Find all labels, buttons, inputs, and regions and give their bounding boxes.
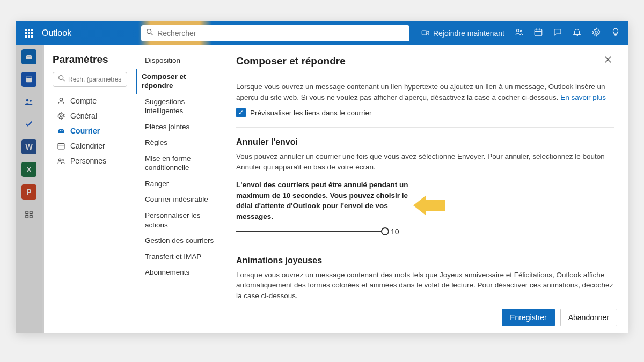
- gear-icon: [56, 112, 66, 120]
- topbar: Outlook Rejoindre maintenant: [16, 21, 628, 45]
- svg-rect-2: [422, 31, 427, 35]
- nav-mail[interactable]: Courrier: [53, 123, 127, 138]
- sub-rules[interactable]: Règles: [142, 135, 221, 151]
- mail-icon: [56, 127, 66, 135]
- divider: [236, 246, 614, 246]
- svg-point-3: [517, 29, 519, 32]
- join-now-button[interactable]: Rejoindre maintenant: [421, 28, 504, 39]
- modal-footer: Enregistrer Abandonner: [44, 302, 628, 333]
- sub-smart-suggestions[interactable]: Suggestions intelligentes: [142, 94, 221, 119]
- settings-subnav: Disposition Composer et répondre Suggest…: [135, 45, 225, 302]
- gear-icon[interactable]: [591, 27, 601, 39]
- svg-point-21: [60, 115, 62, 117]
- settings-title: Paramètres: [53, 54, 127, 65]
- sub-sweep[interactable]: Ranger: [142, 176, 221, 192]
- svg-point-9: [595, 31, 598, 34]
- sub-layout[interactable]: Disposition: [142, 53, 221, 69]
- nav-people[interactable]: Personnes: [53, 153, 127, 168]
- svg-marker-29: [413, 195, 445, 216]
- person-icon: [56, 97, 66, 105]
- teams-icon[interactable]: [514, 27, 524, 39]
- svg-rect-5: [535, 29, 542, 36]
- search-box[interactable]: [141, 25, 409, 41]
- svg-point-4: [520, 30, 522, 32]
- content-title: Composer et répondre: [236, 55, 599, 67]
- svg-point-18: [59, 76, 63, 80]
- svg-rect-23: [58, 143, 64, 149]
- learn-more-link[interactable]: En savoir plus: [560, 93, 606, 101]
- sub-attachments[interactable]: Pièces jointes: [142, 119, 221, 135]
- joyful-desc: Lorsque vous ouvrez un message contenant…: [236, 270, 614, 301]
- slider-value: 10: [391, 227, 399, 236]
- settings-modal: Paramètres Compte Général: [44, 45, 628, 333]
- bell-icon[interactable]: [572, 27, 582, 39]
- svg-point-26: [62, 159, 63, 161]
- svg-rect-22: [58, 129, 64, 133]
- svg-line-1: [151, 33, 152, 35]
- undo-send-slider[interactable]: [236, 231, 385, 232]
- settings-search-input[interactable]: [68, 76, 122, 83]
- nav-account[interactable]: Compte: [53, 93, 127, 108]
- topbar-right: Rejoindre maintenant: [421, 27, 624, 39]
- sub-customize-actions[interactable]: Personnaliser les actions: [142, 208, 221, 233]
- link-preview-checkbox[interactable]: ✓: [236, 108, 246, 117]
- svg-point-25: [58, 159, 61, 161]
- settings-nav: Paramètres Compte Général: [44, 45, 135, 302]
- chat-icon[interactable]: [553, 27, 562, 39]
- nav-calendar[interactable]: Calendrier: [53, 138, 127, 153]
- sub-junk[interactable]: Courrier indésirable: [142, 191, 221, 208]
- close-button[interactable]: [599, 53, 617, 69]
- undo-send-title: Annuler l'envoi: [236, 137, 614, 147]
- link-preview-desc: Lorsque vous ouvrez un message contenant…: [236, 82, 614, 102]
- sub-compose-reply[interactable]: Composer et répondre: [136, 69, 221, 94]
- search-icon: [57, 74, 66, 85]
- calendar-icon: [56, 142, 66, 150]
- joyful-title: Animations joyeuses: [236, 256, 614, 265]
- sub-forwarding-imap[interactable]: Transfert et IMAP: [142, 249, 221, 265]
- app-launcher-icon[interactable]: [20, 25, 38, 42]
- sub-subscriptions[interactable]: Abonnements: [142, 264, 221, 280]
- modal-overlay: Paramètres Compte Général: [16, 45, 628, 333]
- people-icon: [56, 157, 66, 165]
- slider-thumb[interactable]: [381, 227, 389, 235]
- app-window: Outlook Rejoindre maintenant: [16, 21, 628, 333]
- nav-general[interactable]: Général: [53, 108, 127, 123]
- lightbulb-icon[interactable]: [611, 27, 620, 39]
- divider: [236, 127, 614, 128]
- link-preview-label: Prévisualiser les liens dans le courrier: [250, 109, 372, 117]
- save-button[interactable]: Enregistrer: [502, 309, 554, 326]
- undo-send-desc: Vous pouvez annuler un courrier une fois…: [236, 151, 614, 172]
- settings-search[interactable]: [53, 72, 127, 87]
- arrow-annotation-icon: [413, 193, 445, 218]
- sub-mail-handling[interactable]: Gestion des courriers: [142, 233, 221, 249]
- calendar-icon[interactable]: [533, 27, 543, 39]
- video-icon: [421, 28, 430, 39]
- svg-point-20: [60, 98, 62, 101]
- search-input[interactable]: [157, 29, 405, 38]
- sub-conditional-formatting[interactable]: Mise en forme conditionnelle: [142, 151, 221, 176]
- discard-button[interactable]: Abandonner: [560, 309, 617, 326]
- search-icon: [145, 28, 154, 39]
- brand-label: Outlook: [42, 28, 71, 38]
- svg-line-19: [63, 79, 64, 81]
- settings-content: Composer et répondre Lorsque vous ouvrez…: [225, 45, 628, 302]
- undo-send-bold: L'envoi des courriers peut être annulé p…: [236, 180, 413, 221]
- svg-point-0: [147, 29, 151, 34]
